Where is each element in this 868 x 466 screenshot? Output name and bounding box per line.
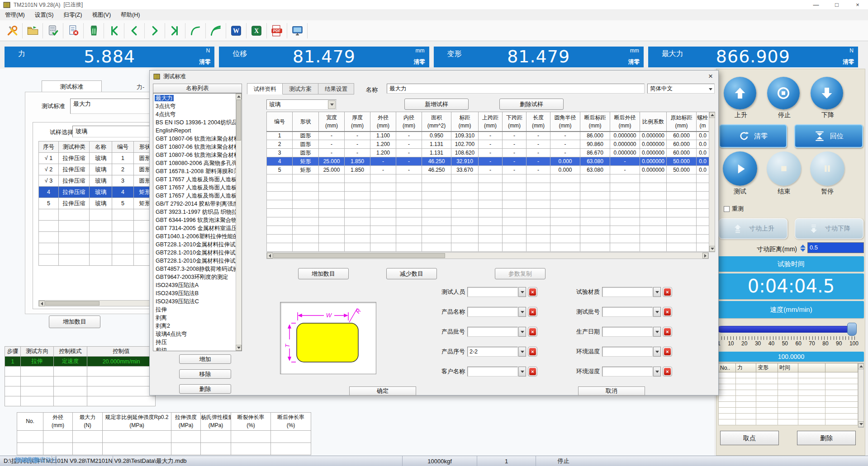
menu-item[interactable]: 视图(V) — [87, 10, 116, 20]
form-input[interactable] — [467, 307, 518, 317]
standard-list-item[interactable]: GBT228.1-2010金属材料拉伸试验 — [153, 240, 242, 249]
last-curve-button[interactable] — [165, 22, 185, 40]
step-row[interactable]: 1拉伸定速度20.000mm/min — [5, 357, 156, 367]
multi-curve-button[interactable] — [206, 22, 226, 40]
standard-list-item[interactable]: GBT 10807-06 软质泡沫聚合材料 — [153, 143, 242, 151]
standard-list-item[interactable]: GBT 17657 人造板及饰面人造板理 — [153, 175, 242, 184]
dialog-close-icon[interactable]: × — [708, 72, 713, 81]
list-add-button[interactable]: 增加 — [179, 354, 231, 364]
form-input[interactable] — [602, 327, 653, 337]
menu-item[interactable]: 帮助(H) — [116, 10, 145, 20]
dropdown-button[interactable] — [518, 347, 526, 357]
standard-list-item[interactable]: ISO2439压陷法A — [153, 281, 242, 289]
open-folder-button[interactable] — [23, 22, 43, 40]
dropdown-button[interactable] — [653, 307, 661, 317]
add-specimen-button[interactable]: 新增试样 — [404, 99, 469, 110]
dropdown-button[interactable] — [653, 367, 661, 377]
test-pause-button[interactable] — [810, 151, 844, 186]
speed-slider-track[interactable] — [717, 326, 856, 333]
table-hscrollbar[interactable] — [266, 252, 709, 259]
dropdown-button[interactable] — [653, 287, 661, 297]
tab-test-standard[interactable]: 测试标准 — [42, 80, 102, 92]
specimen-select-row[interactable]: 5拉伸压缩玻璃5矩形 — [39, 198, 156, 209]
list-header[interactable]: 名称列表 — [153, 84, 242, 93]
menu-item[interactable]: 管理(M) — [0, 10, 30, 20]
form-input[interactable] — [467, 327, 518, 337]
specimen-params-table[interactable]: 编号形状宽度(mm)厚度(mm)外径(mm)内径(mm)面积(mm^2)标距(m… — [266, 112, 709, 252]
standard-list-item[interactable]: 持压 — [153, 338, 242, 346]
specimen-param-row[interactable]: 2圆形--1.200-1.131102.700----90.8600.00000… — [267, 140, 709, 149]
trash-icon-button[interactable] — [84, 22, 104, 40]
jog-down-button[interactable]: 寸动下降 — [795, 218, 863, 239]
specimen-material-select[interactable]: 玻璃 — [266, 99, 337, 110]
specimen-table-hscrollbar[interactable] — [38, 300, 156, 306]
standard-list-item[interactable]: 玻璃4点抗弯 — [153, 330, 242, 338]
clear-force-button[interactable]: 清零 — [199, 58, 210, 66]
test-start-button[interactable] — [723, 151, 757, 186]
standard-list-item[interactable]: BS EN ISO 13936-1 2004纺织品 — [153, 118, 242, 127]
form-input[interactable] — [602, 367, 653, 377]
tab-result-settings[interactable]: 结果设置 — [318, 83, 354, 94]
standard-list-item[interactable]: GBT 10807-06 软质泡沫聚合材料 — [153, 135, 242, 143]
menu-item[interactable]: 设置(S) — [30, 10, 59, 20]
form-input[interactable] — [602, 347, 653, 357]
standard-list-item[interactable]: 4点抗弯 — [153, 110, 242, 118]
standards-list-scrollbar[interactable] — [236, 94, 242, 351]
form-input[interactable]: 2-2 — [467, 347, 518, 357]
form-input[interactable] — [602, 287, 653, 297]
standard-list-item[interactable]: GBT 6344-1996 软质泡沫聚合物 — [153, 216, 242, 224]
specimen-param-row[interactable]: 5矩形25.0001.850--46.25033.670---0.00063.0… — [267, 166, 709, 174]
reduce-count-button[interactable]: 减少数目 — [386, 268, 437, 279]
delete-specimen-button[interactable]: 删除试样 — [499, 99, 564, 110]
form-input[interactable] — [602, 307, 653, 317]
prev-curve-button[interactable] — [124, 22, 144, 40]
specimen-param-row[interactable]: 3圆形--1.200-1.131108.620----86.6700.00000… — [267, 149, 709, 157]
next-curve-button[interactable] — [145, 22, 165, 40]
standard-list-item[interactable]: GBT 10807-06 软质泡沫聚合材料 — [153, 151, 242, 159]
take-point-button[interactable]: 取点 — [720, 431, 779, 445]
standard-list-item[interactable]: GB/T 2792-2014 胶粘带剥离强度 — [153, 200, 242, 208]
specimen-select-table[interactable]: 序号测试种类名称编号形状√ 1拉伸压缩玻璃1圆形√ 2拉伸压缩玻璃2圆形√ 3拉… — [38, 141, 156, 266]
report-check-button[interactable] — [43, 22, 63, 40]
standard-list-item[interactable]: GBT 7314-2005 金属材料室温压缩 — [153, 224, 242, 232]
clear-field-button[interactable]: × — [663, 367, 672, 377]
single-curve-button[interactable] — [185, 22, 205, 40]
test-end-button[interactable] — [767, 151, 801, 186]
standard-list-item[interactable]: GBT9647-2003环刚度的测定 — [153, 273, 242, 281]
list-delete-button[interactable]: 删除 — [179, 384, 231, 394]
zero-button[interactable]: 清零 — [719, 124, 787, 148]
standard-list-item[interactable]: GBT228.1-2010金属材料拉伸试验 — [153, 249, 242, 257]
language-select[interactable]: 简体中文 — [647, 84, 715, 94]
list-remove-button[interactable]: 移除 — [179, 369, 231, 379]
standard-list-item[interactable]: GBT 3923.1-1997 纺织品 织物拉 — [153, 208, 242, 216]
add-count-button[interactable]: 增加数目 — [298, 268, 349, 279]
steps-table[interactable]: 步骤测试方向控制模式控制值1拉伸定速度20.000mm/min — [5, 346, 156, 406]
clear-field-button[interactable]: × — [663, 347, 672, 357]
dropdown-button[interactable] — [518, 307, 526, 317]
points-table-vscrollbar[interactable] — [858, 363, 864, 428]
standard-list-item[interactable]: GBT1040.1-2006塑料拉伸性能的 — [153, 232, 242, 240]
standard-list-item[interactable]: GBT4857.3-2008静载荷堆码试验 — [153, 265, 242, 273]
specimen-select-field[interactable]: 玻璃 — [72, 126, 155, 137]
clear-field-button[interactable]: × — [528, 307, 537, 317]
dropdown-button[interactable] — [518, 287, 526, 297]
screen-button[interactable] — [287, 22, 307, 40]
standard-list-item[interactable]: EnglishReport — [153, 127, 242, 135]
standard-list-item[interactable]: GBT 17657 人造板及饰面人造板理 — [153, 192, 242, 200]
cancel-button[interactable]: 取消 — [578, 386, 645, 395]
close-button[interactable]: × — [847, 0, 868, 10]
standard-input[interactable]: 最大力 — [70, 99, 155, 114]
pdf-export-button[interactable]: PDF — [267, 22, 287, 40]
clear-field-button[interactable]: × — [528, 327, 537, 337]
standard-list-item[interactable]: ISO2439压陷法C — [153, 297, 242, 306]
standard-list-item[interactable]: GBT 16578.1-2008 塑料薄膜和薄 — [153, 167, 242, 175]
clear-field-button[interactable]: × — [528, 287, 537, 297]
clear-max-force-button[interactable]: 清零 — [843, 58, 854, 66]
standard-list-item[interactable]: 3点抗弯 — [153, 102, 242, 110]
delete-report-button[interactable] — [63, 22, 83, 40]
standard-list-item[interactable]: 剪切 — [153, 346, 242, 351]
specimen-param-row[interactable]: 1圆形--1.100-0.950109.310----86.0000.00000… — [267, 132, 709, 140]
standard-list-item[interactable]: 剥离 — [153, 314, 242, 322]
checkbox-box[interactable] — [724, 206, 730, 212]
clear-field-button[interactable]: × — [663, 307, 672, 317]
